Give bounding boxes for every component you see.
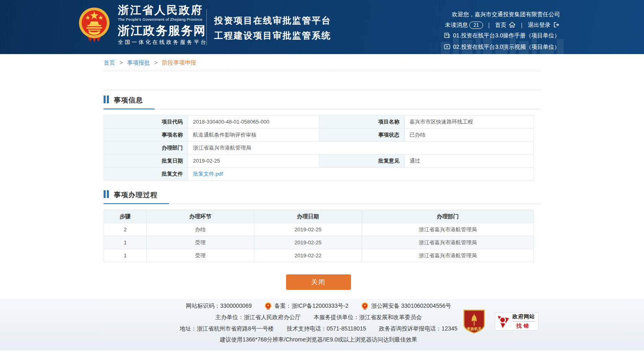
gov-subtitle-en: The People's Government of Zhejiang Prov… — [118, 17, 208, 22]
table-row: 批复文件 批复文件.pdf — [104, 167, 534, 180]
security-record: 浙公网安备 33010602004556号 — [361, 302, 451, 310]
find-error-label-1: 政府网站 — [512, 313, 535, 322]
department-cell: 浙江省嘉兴市港航管理局 — [362, 236, 534, 249]
gov-title: 浙江省人民政府 — [118, 4, 208, 16]
item-name-value: 航道通航条件影响评价审核 — [188, 128, 319, 141]
table-row: 批复日期 2019-02-25 批复意见 通过 — [104, 154, 534, 167]
party-government-badge[interactable]: 党政机关 — [463, 309, 485, 334]
site-id: 网站标识码：3300000069 — [186, 302, 252, 310]
table-row: 事项名称 航道通航条件影响评价审核 事项状态 已办结 — [104, 128, 534, 141]
platform-titles: 投资项目在线审批监管平台 工程建设项目审批监管系统 — [214, 13, 331, 43]
footer: 网站标识码：3300000069 备案：浙ICP备12000333号-2 浙公网… — [0, 299, 644, 350]
handling-department-value: 浙江省嘉兴市港航管理局 — [188, 141, 534, 154]
breadcrumb-level2[interactable]: 事项报批 — [127, 59, 150, 66]
logout-icon — [553, 22, 560, 28]
table-row: 项目代码 2018-330400-48-01-058065-000 项目名称 嘉… — [104, 115, 534, 128]
national-emblem-icon — [77, 7, 111, 44]
brand-divider — [206, 9, 207, 46]
step-cell: 1 — [104, 249, 147, 262]
breadcrumb-separator: > — [119, 59, 123, 66]
stage-cell: 受理 — [147, 236, 254, 249]
document-icon — [444, 33, 451, 38]
process-table: 步骤 办理环节 办理日期 办理部门 2 办结 2019-02-25 浙江省嘉兴市… — [104, 210, 534, 262]
breadcrumb: 首页 > 事项报批 > 阶段事项申报 — [104, 54, 540, 71]
col-header-step: 步骤 — [104, 210, 147, 223]
approval-date-value: 2019-02-25 — [188, 154, 319, 167]
close-button[interactable]: 关闭 — [286, 274, 351, 290]
process-table-header-row: 步骤 办理环节 办理日期 办理部门 — [104, 210, 534, 223]
section-bars-icon — [104, 96, 110, 105]
unread-count-badge[interactable]: 21 — [469, 22, 483, 29]
col-header-date: 办理日期 — [254, 210, 362, 223]
button-row: 关闭 — [104, 274, 533, 290]
date-cell: 2019-02-25 — [254, 236, 362, 249]
stage-cell: 办结 — [147, 223, 254, 236]
item-status-value: 已办结 — [405, 128, 534, 141]
step-cell: 2 — [104, 223, 147, 236]
gov-site-find-error-badge[interactable]: 政府网站 找错 — [495, 312, 538, 331]
col-header-stage: 办理环节 — [147, 210, 254, 223]
brand-block: 浙江省人民政府 The People's Government of Zheji… — [77, 4, 208, 46]
section-bars-icon — [104, 190, 110, 200]
platform-title-1: 投资项目在线审批监管平台 — [214, 13, 331, 28]
info-label: 批复意见 — [319, 154, 405, 167]
table-row: 2 办结 2019-02-25 浙江省嘉兴市港航管理局 — [104, 223, 534, 236]
complaint-phone: 政务咨询投诉举报电话：12345 — [379, 325, 458, 333]
info-label: 事项状态 — [319, 128, 405, 141]
home-link[interactable]: 首页 — [495, 20, 516, 30]
project-name-value: 嘉兴市市区快速路环线工程 — [405, 115, 534, 128]
info-label: 项目代码 — [104, 115, 188, 128]
main-content: 事项信息 项目代码 2018-330400-48-01-058065-000 项… — [104, 90, 540, 290]
content-top-divider — [104, 90, 540, 90]
info-label: 办理部门 — [104, 141, 188, 154]
user-area: 欢迎您，嘉兴市交通投资集团有限责任公司 未读消息21｜首页｜退出登录 01.投资… — [444, 9, 560, 53]
approval-opinion-value: 通过 — [405, 154, 534, 167]
welcome-text: 欢迎您，嘉兴市交通投资集团有限责任公司 — [444, 9, 560, 20]
address: 地址：浙江省杭州市省府路8号一号楼 — [180, 325, 274, 333]
footer-line-1: 网站标识码：3300000069 备案：浙ICP备12000333号-2 浙公网… — [104, 302, 533, 310]
info-section-header: 事项信息 — [104, 96, 540, 109]
organizer: 主办单位：浙江省人民政府办公厅 — [215, 314, 301, 321]
department-cell: 浙江省嘉兴市港航管理局 — [362, 249, 534, 262]
date-cell: 2019-02-25 — [254, 223, 362, 236]
col-header-department: 办理部门 — [362, 210, 534, 223]
breadcrumb-separator: > — [154, 59, 158, 66]
svg-text:党政机关: 党政机关 — [466, 327, 482, 331]
portal-title: 浙江政务服务网 — [118, 24, 208, 37]
process-section-header: 事项办理过程 — [104, 190, 540, 204]
platform-title-2: 工程建设项目审批监管系统 — [214, 28, 331, 43]
stage-cell: 受理 — [147, 249, 254, 262]
video-play-icon — [444, 44, 451, 50]
date-cell: 2019-02-22 — [254, 249, 362, 262]
approval-file-link[interactable]: 批复文件.pdf — [193, 171, 223, 177]
table-row: 1 受理 2019-02-22 浙江省嘉兴市港航管理局 — [104, 249, 534, 262]
find-error-label-2: 找错 — [512, 322, 535, 330]
item-info-table: 项目代码 2018-330400-48-01-058065-000 项目名称 嘉… — [104, 115, 534, 180]
service-provider: 本服务提供单位：浙江省发展和改革委员会 — [314, 314, 422, 321]
footer-line-4: 建议使用1366*768分辨率/Chrome浏览器/IE9.0或以上浏览器访问达… — [104, 336, 533, 344]
manual-link[interactable]: 01.投资在线平台3.0操作手册（项目单位） — [444, 30, 560, 41]
magnifier-icon — [497, 314, 511, 329]
breadcrumb-home[interactable]: 首页 — [104, 59, 115, 66]
portal-subtitle: 全国一体化在线政务服务平台 — [118, 39, 208, 46]
emblem-seal-icon — [265, 302, 272, 310]
table-row: 1 受理 2019-02-25 浙江省嘉兴市港航管理局 — [104, 236, 534, 249]
project-code-value: 2018-330400-48-01-058065-000 — [188, 115, 319, 128]
unread-messages-link[interactable]: 未读消息21 — [445, 22, 483, 28]
table-row: 办理部门 浙江省嘉兴市港航管理局 — [104, 141, 534, 154]
breadcrumb-current: 阶段事项申报 — [162, 59, 196, 66]
info-section-title: 事项信息 — [114, 96, 143, 104]
icp-record: 备案：浙ICP备12000333号-2 — [265, 302, 348, 310]
browser-tip: 建议使用1366*768分辨率/Chrome浏览器/IE9.0或以上浏览器访问达… — [220, 336, 417, 344]
department-cell: 浙江省嘉兴市港航管理局 — [362, 223, 534, 236]
video-link[interactable]: 02.投资在线平台3.0演示视频（项目单位） — [444, 41, 560, 52]
header: 浙江省人民政府 The People's Government of Zheji… — [0, 0, 644, 54]
info-label: 批复文件 — [104, 167, 188, 180]
logout-link[interactable]: 退出登录 — [528, 20, 560, 30]
process-section-title: 事项办理过程 — [114, 191, 158, 199]
info-label: 项目名称 — [319, 115, 405, 128]
info-label: 事项名称 — [104, 128, 188, 141]
info-label: 批复日期 — [104, 154, 188, 167]
emblem-seal-icon — [361, 302, 369, 310]
step-cell: 1 — [104, 236, 147, 249]
